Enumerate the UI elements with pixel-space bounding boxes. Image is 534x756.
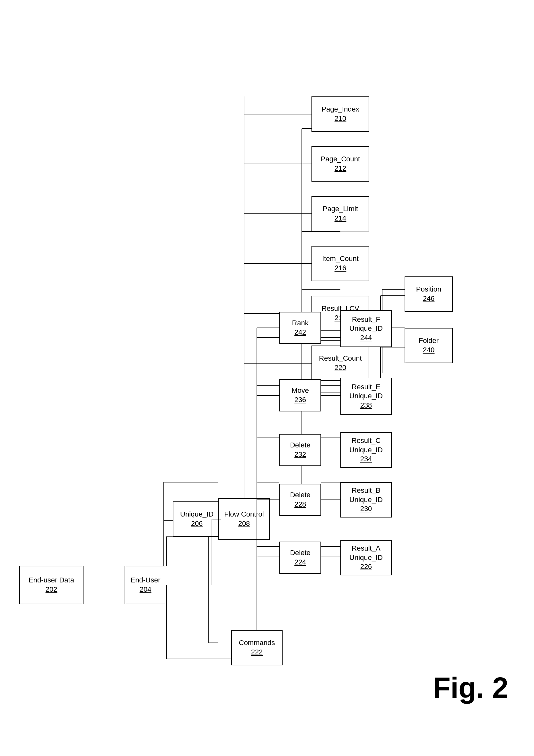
result-b-box: Result_BUnique_ID 230 bbox=[341, 482, 392, 518]
end-user-data-num: 202 bbox=[46, 585, 58, 594]
delete-228-num: 228 bbox=[294, 500, 306, 509]
position-246-num: 246 bbox=[423, 294, 435, 304]
delete-232-box: Delete 232 bbox=[279, 434, 321, 466]
position-246-box: Position 246 bbox=[405, 277, 453, 312]
delete-232-label: Delete bbox=[290, 441, 311, 450]
commands-label: Commands bbox=[239, 638, 275, 648]
unique-id-box: Unique_ID 206 bbox=[173, 501, 221, 537]
page-index-box: Page_Index 210 bbox=[312, 96, 369, 132]
result-c-box: Result_CUnique_ID 234 bbox=[341, 432, 392, 468]
result-count-box: Result_Count 220 bbox=[312, 345, 369, 381]
result-a-box: Result_AUnique_ID 226 bbox=[341, 540, 392, 575]
end-user-data-box: End-user Data 202 bbox=[19, 566, 84, 604]
page-limit-box: Page_Limit 214 bbox=[312, 196, 369, 231]
end-user-label: End-User bbox=[131, 576, 161, 585]
result-c-label: Result_CUnique_ID bbox=[349, 436, 383, 454]
flow-control-box: Flow Control 208 bbox=[218, 498, 270, 540]
page-count-box: Page_Count 212 bbox=[312, 146, 369, 182]
delete-224-num: 224 bbox=[294, 558, 306, 567]
flow-control-label: Flow Control bbox=[224, 510, 264, 519]
result-a-label: Result_AUnique_ID bbox=[349, 544, 383, 562]
result-f-num: 244 bbox=[360, 333, 372, 343]
item-count-label: Item_Count bbox=[322, 254, 359, 263]
move-236-label: Move bbox=[292, 386, 309, 395]
result-b-label: Result_BUnique_ID bbox=[349, 486, 383, 504]
delete-228-label: Delete bbox=[290, 491, 311, 500]
result-e-label: Result_EUnique_ID bbox=[349, 383, 383, 401]
page-index-num: 210 bbox=[335, 114, 346, 123]
result-a-num: 226 bbox=[360, 562, 372, 572]
unique-id-label: Unique_ID bbox=[180, 510, 214, 519]
commands-num: 222 bbox=[251, 648, 263, 657]
result-e-box: Result_EUnique_ID 238 bbox=[341, 378, 392, 415]
page-count-label: Page_Count bbox=[321, 155, 360, 164]
page-limit-label: Page_Limit bbox=[323, 204, 358, 214]
figure-label: Fig. 2 bbox=[433, 671, 508, 705]
commands-box: Commands 222 bbox=[231, 630, 283, 665]
delete-224-box: Delete 224 bbox=[279, 542, 321, 574]
page-limit-num: 214 bbox=[335, 214, 346, 223]
delete-224-label: Delete bbox=[290, 548, 311, 558]
item-count-box: Item_Count 216 bbox=[312, 246, 369, 281]
rank-242-num: 242 bbox=[294, 328, 306, 337]
move-236-box: Move 236 bbox=[279, 379, 321, 412]
result-f-label: Result_FUnique_ID bbox=[349, 315, 383, 333]
rank-242-box: Rank 242 bbox=[279, 312, 321, 344]
result-b-num: 230 bbox=[360, 504, 372, 514]
rank-242-label: Rank bbox=[292, 318, 308, 328]
delete-228-box: Delete 228 bbox=[279, 484, 321, 516]
result-count-num: 220 bbox=[335, 363, 346, 372]
page-count-num: 212 bbox=[335, 164, 346, 173]
result-c-num: 234 bbox=[360, 454, 372, 464]
result-f-box: Result_FUnique_ID 244 bbox=[341, 310, 392, 347]
unique-id-num: 206 bbox=[191, 519, 203, 528]
end-user-data-label: End-user Data bbox=[29, 576, 74, 585]
diagram: End-user Data 202 End-User 204 Unique_ID… bbox=[0, 0, 534, 756]
item-count-num: 216 bbox=[335, 263, 346, 273]
result-count-label: Result_Count bbox=[319, 354, 362, 363]
folder-240-label: Folder bbox=[419, 336, 439, 345]
page-index-label: Page_Index bbox=[321, 105, 359, 114]
delete-232-num: 232 bbox=[294, 450, 306, 459]
result-e-num: 238 bbox=[360, 401, 372, 410]
end-user-box: End-User 204 bbox=[125, 566, 166, 604]
position-246-label: Position bbox=[416, 285, 441, 294]
folder-240-box: Folder 240 bbox=[405, 328, 453, 363]
move-236-num: 236 bbox=[294, 395, 306, 405]
flow-control-num: 208 bbox=[238, 519, 250, 528]
end-user-num: 204 bbox=[140, 585, 152, 594]
folder-240-num: 240 bbox=[423, 345, 435, 355]
